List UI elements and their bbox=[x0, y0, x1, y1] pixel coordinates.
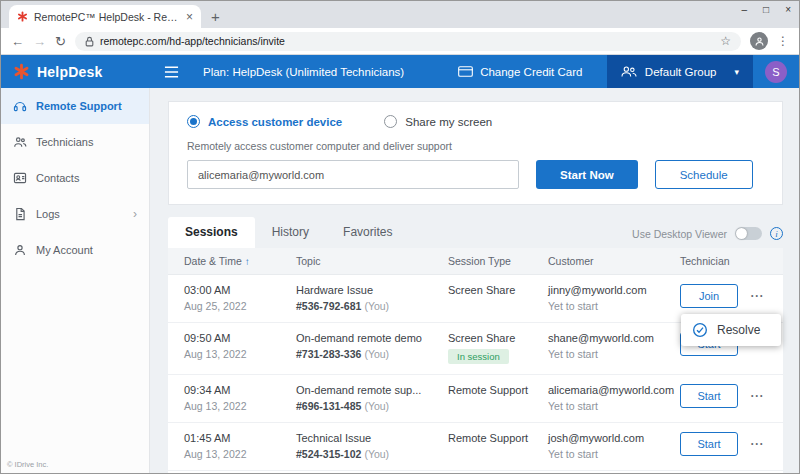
window-maximize-button[interactable]: □ bbox=[763, 4, 769, 15]
tab-favorites[interactable]: Favorites bbox=[326, 217, 409, 248]
sidebar-item-label: Technicians bbox=[36, 136, 93, 148]
bookmark-star-icon[interactable]: ☆ bbox=[720, 34, 731, 48]
cell-datetime: 03:00 AM Aug 25, 2022 bbox=[168, 284, 296, 312]
technicians-icon bbox=[13, 135, 27, 149]
forward-icon[interactable]: → bbox=[33, 34, 46, 49]
desktop-viewer-toggle[interactable] bbox=[735, 227, 762, 240]
back-icon[interactable]: ← bbox=[11, 34, 24, 49]
radio-unchecked-icon bbox=[384, 115, 397, 128]
radio-share-my-screen[interactable]: Share my screen bbox=[384, 115, 492, 128]
hamburger-menu-icon[interactable] bbox=[164, 66, 179, 78]
radio-access-label: Access customer device bbox=[208, 116, 342, 128]
browser-addressbar: ← → ↻ remotepc.com/hd-app/technicians/in… bbox=[1, 28, 799, 55]
session-mode-radios: Access customer device Share my screen bbox=[187, 115, 764, 128]
cell-customer: jinny@myworld.com Yet to start bbox=[548, 284, 680, 312]
resolve-menu-item[interactable]: Resolve bbox=[717, 323, 760, 337]
session-ticket: #731-283-336(You) bbox=[296, 348, 448, 360]
session-time: 09:34 AM bbox=[184, 384, 296, 396]
customer-email: josh@myworld.com bbox=[548, 432, 680, 444]
customer-status: Yet to start bbox=[548, 400, 680, 412]
session-time: 09:50 AM bbox=[184, 332, 296, 344]
copyright-text: © IDrive Inc. bbox=[1, 456, 149, 473]
customer-status: Yet to start bbox=[548, 448, 680, 460]
session-topic: On-demand remote demo bbox=[296, 332, 448, 344]
sidebar-item-label: Logs bbox=[36, 208, 60, 220]
check-circle-icon bbox=[692, 322, 708, 338]
you-label: (You) bbox=[364, 348, 389, 360]
sidebar-item-label: Contacts bbox=[36, 172, 79, 184]
sidebar-item-remote-support[interactable]: Remote Support bbox=[1, 88, 149, 124]
session-date: Aug 25, 2022 bbox=[184, 300, 296, 312]
sidebar-item-technicians[interactable]: Technicians bbox=[1, 124, 149, 160]
sidebar-item-contacts[interactable]: Contacts bbox=[1, 160, 149, 196]
session-row: 09:34 AM Aug 13, 2022 On-demand remote s… bbox=[168, 375, 783, 423]
browser-tab[interactable]: RemotePC™ HelpDesk - Remote × bbox=[9, 5, 201, 28]
browser-tabstrip: RemotePC™ HelpDesk - Remote × + – □ × bbox=[1, 1, 799, 28]
session-type: Screen Share bbox=[448, 284, 548, 296]
cell-session-type: Screen Share bbox=[448, 284, 548, 312]
site-favicon-icon bbox=[17, 11, 28, 22]
session-time: 03:00 AM bbox=[184, 284, 296, 296]
start-now-button[interactable]: Start Now bbox=[536, 160, 638, 189]
browser-menu-icon[interactable]: ⋮ bbox=[777, 34, 789, 48]
url-bar[interactable]: remotepc.com/hd-app/technicians/invite ☆ bbox=[75, 32, 741, 51]
app-header: HelpDesk Plan: HelpDesk (Unlimited Techn… bbox=[1, 55, 799, 88]
change-credit-card-button[interactable]: Change Credit Card bbox=[458, 66, 582, 78]
radio-checked-icon bbox=[187, 115, 200, 128]
cell-topic: Technical Issue #524-315-102(You) bbox=[296, 432, 448, 460]
sidebar-item-logs[interactable]: Logs › bbox=[1, 196, 149, 232]
col-datetime[interactable]: Date & Time↑ bbox=[168, 255, 296, 267]
tab-sessions[interactable]: Sessions bbox=[168, 217, 255, 248]
info-icon[interactable]: i bbox=[770, 227, 783, 240]
desktop-viewer-label: Use Desktop Viewer bbox=[632, 228, 727, 240]
start-button[interactable]: Start bbox=[680, 432, 738, 456]
browser-profile-avatar[interactable] bbox=[750, 32, 768, 50]
window-minimize-button[interactable]: – bbox=[742, 4, 748, 15]
join-button[interactable]: Join bbox=[680, 284, 738, 308]
you-label: (You) bbox=[364, 300, 389, 312]
chevron-down-icon: ▾ bbox=[734, 67, 739, 77]
invite-card: Access customer device Share my screen R… bbox=[168, 101, 783, 205]
cell-customer: shane@myworld.com Yet to start bbox=[548, 332, 680, 364]
reload-icon[interactable]: ↻ bbox=[55, 34, 66, 49]
window-close-button[interactable]: × bbox=[785, 4, 791, 15]
person-icon bbox=[13, 243, 27, 257]
session-type: Remote Support bbox=[448, 432, 548, 444]
group-icon bbox=[621, 65, 637, 78]
row-menu-icon[interactable]: ••• bbox=[751, 392, 764, 399]
group-selector[interactable]: Default Group ▾ bbox=[607, 55, 753, 88]
cell-datetime: 09:34 AM Aug 13, 2022 bbox=[168, 384, 296, 412]
customer-email: alicemaria@myworld.com bbox=[548, 384, 680, 396]
group-label: Default Group bbox=[645, 66, 717, 78]
cell-topic: On-demand remote sup... #696-131-485(You… bbox=[296, 384, 448, 412]
session-row: 01:45 AM Aug 13, 2022 Technical Issue #5… bbox=[168, 423, 783, 471]
schedule-button[interactable]: Schedule bbox=[655, 160, 753, 189]
new-tab-button[interactable]: + bbox=[211, 8, 220, 25]
contacts-icon bbox=[13, 171, 27, 185]
window-controls: – □ × bbox=[742, 4, 791, 15]
session-time: 01:45 AM bbox=[184, 432, 296, 444]
cell-topic: Hardware Issue #536-792-681(You) bbox=[296, 284, 448, 312]
radio-access-customer-device[interactable]: Access customer device bbox=[187, 115, 342, 128]
resolve-menu: Resolve bbox=[681, 314, 781, 346]
main-content: Access customer device Share my screen R… bbox=[150, 88, 799, 473]
cell-topic: On-demand remote demo #731-283-336(You) bbox=[296, 332, 448, 364]
customer-email-input[interactable] bbox=[187, 160, 519, 189]
row-menu-icon[interactable]: ••• bbox=[751, 440, 764, 447]
row-menu-icon[interactable]: ••• bbox=[751, 292, 764, 299]
cell-technician: Start ••• bbox=[680, 432, 783, 460]
brand-name: HelpDesk bbox=[37, 64, 102, 80]
tab-close-icon[interactable]: × bbox=[186, 10, 193, 24]
session-row: 03:00 AM Aug 25, 2022 Hardware Issue #53… bbox=[168, 275, 783, 323]
tab-history[interactable]: History bbox=[255, 217, 326, 248]
invite-actions-row: Start Now Schedule bbox=[187, 160, 764, 189]
toggle-knob bbox=[736, 228, 747, 239]
cell-session-type: Screen Share In session bbox=[448, 332, 548, 364]
you-label: (You) bbox=[364, 400, 389, 412]
session-date: Aug 13, 2022 bbox=[184, 348, 296, 360]
sidebar-item-my-account[interactable]: My Account bbox=[1, 232, 149, 268]
logs-icon bbox=[13, 207, 27, 221]
start-button[interactable]: Start bbox=[680, 384, 738, 408]
user-avatar[interactable]: S bbox=[765, 61, 787, 83]
sidebar: Remote Support Technicians Contacts Logs… bbox=[1, 88, 150, 473]
